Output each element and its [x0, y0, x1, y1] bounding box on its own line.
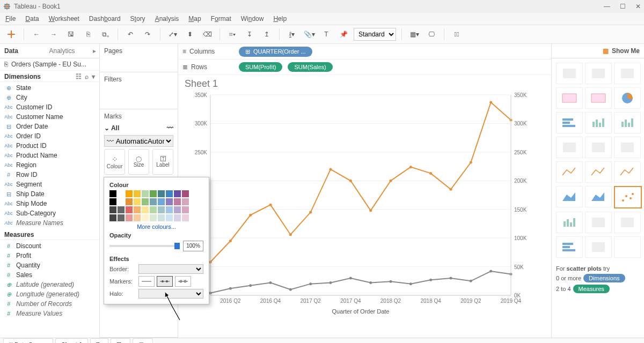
- swatch[interactable]: [174, 198, 181, 205]
- swatch[interactable]: [166, 206, 173, 213]
- swatch[interactable]: [142, 214, 149, 221]
- field-ship-date[interactable]: ⊟Ship Date: [0, 189, 99, 199]
- swatch[interactable]: [182, 190, 189, 197]
- swatch[interactable]: [142, 190, 149, 197]
- pill-quarter-orderdate[interactable]: ⊞QUARTER(Order ...: [239, 47, 312, 57]
- markers-none[interactable]: [138, 276, 155, 287]
- undo-icon[interactable]: ↶: [123, 27, 137, 41]
- size-button[interactable]: ◯Size: [128, 149, 149, 175]
- presentation-icon[interactable]: 🖵: [425, 27, 438, 41]
- menu-story[interactable]: Story: [130, 15, 145, 23]
- showme-line1[interactable]: [556, 161, 583, 183]
- highlight-icon[interactable]: ℓ▾: [285, 27, 299, 41]
- swatch[interactable]: [126, 206, 133, 213]
- showme-area2[interactable]: [585, 186, 612, 207]
- field-sales[interactable]: #Sales: [0, 270, 99, 280]
- pin-icon[interactable]: 📌: [336, 27, 350, 41]
- menu-icon[interactable]: ▾: [92, 73, 95, 80]
- field-profit[interactable]: #Profit: [0, 251, 99, 260]
- swatch[interactable]: [118, 214, 125, 221]
- showme-line2[interactable]: [585, 161, 612, 183]
- opacity-value[interactable]: 100%: [183, 241, 203, 251]
- field-latitude-generated-[interactable]: ⊕Latitude (generated): [0, 280, 99, 289]
- filters-card[interactable]: Filters: [100, 72, 178, 86]
- showme-sbar[interactable]: [585, 112, 612, 133]
- showme-box[interactable]: [614, 137, 641, 158]
- markers-hollow[interactable]: [175, 276, 191, 287]
- swatch[interactable]: [142, 206, 149, 213]
- field-longitude-generated-[interactable]: ⊕Longitude (generated): [0, 289, 99, 299]
- field-quantity[interactable]: #Quantity: [0, 260, 99, 270]
- showme-[interactable]: [614, 236, 641, 258]
- showme-map2[interactable]: [585, 87, 612, 109]
- pages-card[interactable]: Pages: [100, 44, 178, 58]
- showme-side[interactable]: [614, 112, 641, 133]
- field-customer-name[interactable]: AbcCustomer Name: [0, 112, 99, 122]
- field-discount[interactable]: #Discount: [0, 241, 99, 251]
- group-icon[interactable]: ⌗▾: [225, 27, 239, 41]
- swatch[interactable]: [134, 198, 141, 205]
- field-state[interactable]: ⊕State: [0, 83, 99, 93]
- new-dashboard-icon[interactable]: ⊞₊: [111, 338, 130, 344]
- sort-asc2-icon[interactable]: ↥: [260, 27, 274, 41]
- new-datasource-icon[interactable]: ⎘: [81, 27, 95, 41]
- datasource-row[interactable]: ⎘ Orders (Sample - EU Su...: [0, 58, 99, 71]
- showme-tree2[interactable]: [556, 137, 583, 158]
- tab-data-source[interactable]: ⌸ Data Source: [3, 338, 53, 344]
- swatch[interactable]: [166, 214, 173, 221]
- swatch[interactable]: [182, 198, 189, 205]
- field-number-of-records[interactable]: #Number of Records: [0, 299, 99, 309]
- view-toggle-icon[interactable]: ☷: [76, 73, 82, 80]
- menu-dashboard[interactable]: Dashboard: [89, 15, 121, 23]
- field-product-id[interactable]: AbcProduct ID: [0, 141, 99, 151]
- showme-scatter[interactable]: [614, 186, 642, 208]
- showme-map1[interactable]: [556, 87, 583, 109]
- showme-tree[interactable]: [614, 63, 641, 84]
- menu-window[interactable]: Window: [241, 15, 264, 23]
- opacity-handle[interactable]: [174, 243, 180, 249]
- menu-file[interactable]: File: [5, 15, 16, 23]
- swatch[interactable]: [126, 214, 133, 221]
- field-customer-id[interactable]: AbcCustomer ID: [0, 102, 99, 112]
- opacity-slider[interactable]: [109, 245, 180, 247]
- showme-circ[interactable]: [585, 137, 612, 158]
- border-select[interactable]: [138, 264, 203, 274]
- fit-select[interactable]: Standard: [354, 28, 396, 41]
- showme-area1[interactable]: [556, 186, 583, 207]
- sheet-title[interactable]: Sheet 1: [185, 78, 546, 90]
- field-sub-category[interactable]: AbcSub-Category: [0, 208, 99, 218]
- showme-pie[interactable]: [614, 87, 641, 109]
- menu-data[interactable]: Data: [25, 15, 39, 23]
- showme-pack[interactable]: [585, 236, 612, 258]
- pill-sum-sales[interactable]: SUM(Sales): [288, 62, 332, 72]
- show-me-button[interactable]: ▦ Show Me: [552, 44, 644, 58]
- swatch[interactable]: [150, 190, 157, 197]
- field-product-name[interactable]: AbcProduct Name: [0, 151, 99, 160]
- swatch[interactable]: [174, 190, 181, 197]
- menu-map[interactable]: Map: [188, 15, 201, 23]
- field-region[interactable]: AbcRegion: [0, 160, 99, 170]
- menu-worksheet[interactable]: Worksheet: [49, 15, 79, 23]
- swatch[interactable]: [174, 206, 181, 213]
- swatch[interactable]: [182, 206, 189, 213]
- swatch[interactable]: [158, 198, 165, 205]
- field-measure-values[interactable]: #Measure Values: [0, 309, 99, 318]
- field-row-id[interactable]: #Row ID: [0, 170, 99, 180]
- tab-sheet1[interactable]: Sheet 1: [55, 338, 88, 344]
- field-ship-mode[interactable]: AbcShip Mode: [0, 199, 99, 208]
- field-order-date[interactable]: ⊟Order Date: [0, 122, 99, 131]
- view-cards-icon[interactable]: ▦▾: [407, 27, 421, 41]
- swatch[interactable]: [158, 190, 165, 197]
- tab-analytics[interactable]: Analytics: [45, 44, 90, 58]
- field-segment[interactable]: AbcSegment: [0, 180, 99, 189]
- search-icon[interactable]: ⌕: [85, 73, 89, 80]
- sort-desc-icon[interactable]: ↧: [243, 27, 257, 41]
- swatch[interactable]: [126, 190, 133, 197]
- swatch[interactable]: [158, 214, 165, 221]
- swatch[interactable]: [166, 190, 173, 197]
- new-worksheet-icon[interactable]: ⧉₊: [90, 338, 108, 344]
- swatch[interactable]: [158, 206, 165, 213]
- window-minimize-icon[interactable]: —: [604, 3, 610, 10]
- showme-text[interactable]: [556, 63, 583, 84]
- swatch[interactable]: [109, 214, 116, 221]
